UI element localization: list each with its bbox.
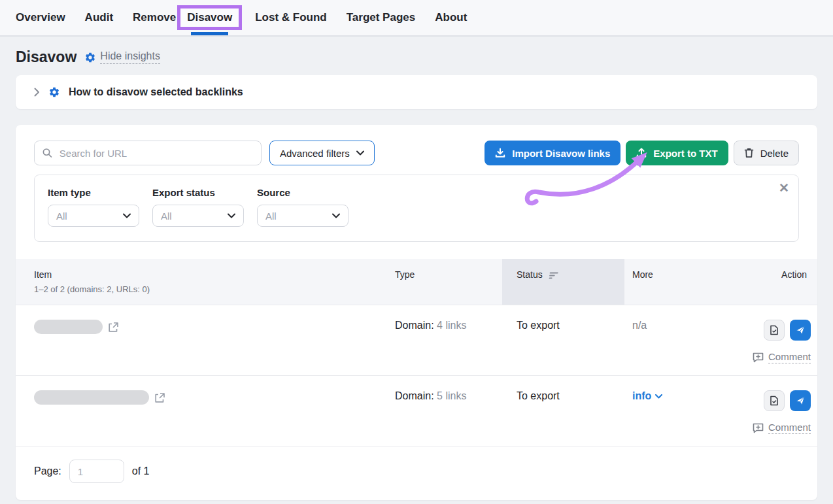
comment-plus-icon [753,423,764,433]
page-number-input[interactable] [69,460,124,483]
howto-expander[interactable]: How to disavow selected backlinks [16,75,817,109]
export-status-select[interactable]: All [152,205,244,227]
import-label: Import Disavow links [512,148,610,159]
search-input[interactable] [58,147,253,160]
comment-label: Comment [768,351,811,363]
export-label: Export to TXT [653,148,717,159]
active-tab-indicator [191,32,228,35]
column-action: Action [753,259,817,305]
paper-plane-icon [795,325,806,335]
view-disavow-file-button[interactable] [764,390,785,411]
gear-icon [84,52,96,63]
table-row: Domain: 4 links To export n/a [16,305,817,375]
source-value: All [265,210,277,222]
column-type: Type [374,259,502,305]
redacted-domain [34,390,149,405]
table-row: Domain: 5 links To export info [16,375,817,446]
export-to-txt-button[interactable]: Export to TXT [626,141,728,165]
howto-title: How to disavow selected backlinks [69,86,243,98]
filter-source: Source All [257,187,348,227]
trash-icon [744,148,754,158]
item-cell [16,390,374,405]
tab-bar: Overview Audit Remove Disavow Lost & Fou… [0,0,833,37]
source-select[interactable]: All [257,205,348,227]
external-link-icon[interactable] [108,322,119,333]
row-count-summary: 1–2 of 2 (domains: 2, URLs: 0) [34,284,374,294]
toolbar-actions: Import Disavow links Export to TXT Delet… [484,141,799,165]
comment-link[interactable]: Comment [753,351,811,363]
filter-item-type-label: Item type [48,187,139,198]
send-to-disavow-button[interactable] [790,390,811,411]
pagination: Page: of 1 [16,446,817,500]
close-filter-panel-icon[interactable]: ✕ [779,182,789,194]
gear-icon [48,86,60,98]
chevron-right-icon [34,88,40,97]
send-to-disavow-button[interactable] [790,320,811,341]
paper-plane-icon [795,395,806,406]
disavow-table: Item 1–2 of 2 (domains: 2, URLs: 0) Type… [16,259,817,500]
chevron-down-icon [356,150,364,156]
tab-disavow[interactable]: Disavow [177,5,242,30]
chevron-down-icon [332,213,340,218]
tab-about[interactable]: About [435,11,467,24]
chevron-down-icon [123,213,131,218]
filter-item-type: Item type All [48,187,139,227]
action-cell: Comment [753,390,821,434]
action-cell: Comment [753,320,821,363]
hide-insights-label: Hide insights [100,50,160,64]
type-cell: Domain: 5 links [374,390,502,402]
item-cell [16,320,374,334]
import-disavow-links-button[interactable]: Import Disavow links [484,141,620,165]
table-header: Item 1–2 of 2 (domains: 2, URLs: 0) Type… [16,259,817,305]
filter-export-status: Export status All [152,187,244,227]
chevron-down-icon [655,394,662,399]
item-type-value: All [56,210,67,222]
info-dropdown[interactable]: info [632,390,662,402]
external-link-icon[interactable] [154,392,165,403]
column-status-label: Status [517,269,543,280]
page-label: Page: [34,465,61,477]
tab-remove[interactable]: Remove [133,11,176,24]
disavow-panel: Advanced filters Import Disavow links Ex… [16,125,817,500]
column-item: Item 1–2 of 2 (domains: 2, URLs: 0) [16,259,374,305]
document-check-icon [769,395,779,406]
sort-descending-icon [548,272,558,280]
comment-link[interactable]: Comment [753,422,811,434]
url-search-field[interactable] [34,141,262,165]
document-check-icon [769,325,779,335]
comment-plus-icon [753,352,764,363]
page-title: Disavow [16,48,76,66]
status-cell: To export [502,320,624,331]
delete-button[interactable]: Delete [734,141,799,165]
tab-lost-and-found[interactable]: Lost & Found [255,11,327,24]
column-status-sort[interactable]: Status [502,259,624,305]
chevron-down-icon [228,213,235,218]
tab-overview[interactable]: Overview [16,11,65,24]
export-status-value: All [161,210,172,222]
advanced-filters-label: Advanced filters [280,148,350,159]
status-cell: To export [502,390,624,402]
advanced-filters-button[interactable]: Advanced filters [269,141,375,165]
more-cell: n/a [624,320,753,331]
filter-source-label: Source [257,187,348,198]
info-label: info [632,390,651,402]
download-icon [495,148,505,158]
tab-audit[interactable]: Audit [85,11,113,24]
redacted-domain [34,320,103,334]
tab-target-pages[interactable]: Target Pages [347,11,416,24]
comment-label: Comment [768,422,811,434]
page-header: Disavow Hide insights [16,48,817,66]
filter-export-status-label: Export status [152,187,244,198]
more-cell: info [624,390,753,402]
item-type-select[interactable]: All [48,205,139,227]
filter-panel: Item type All Export status All Source [34,175,799,242]
type-cell: Domain: 4 links [374,320,502,331]
column-more: More [624,259,753,305]
delete-label: Delete [760,148,789,159]
search-icon [42,148,52,158]
hide-insights-toggle[interactable]: Hide insights [84,50,160,64]
page-total-label: of 1 [132,465,150,477]
upload-icon [636,148,647,158]
tab-disavow-label: Disavow [187,11,232,24]
view-disavow-file-button[interactable] [764,320,785,341]
